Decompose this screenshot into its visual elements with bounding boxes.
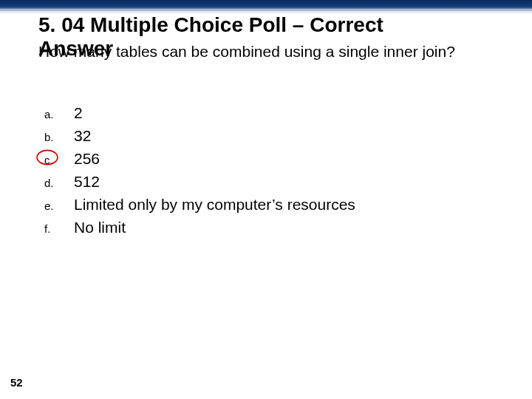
slide: 5. 04 Multiple Choice Poll – Correct Ans…	[0, 0, 532, 399]
option-text: 2	[74, 104, 83, 122]
option-letter: c.	[44, 154, 74, 166]
option-text: 32	[74, 127, 91, 145]
option-text: No limit	[74, 219, 126, 236]
option-b: b. 32	[44, 127, 355, 145]
page-number: 52	[10, 376, 23, 389]
option-a: a. 2	[44, 104, 355, 122]
poll-question: How many tables can be combined using a …	[38, 42, 502, 61]
option-letter: a.	[44, 108, 74, 120]
option-letter: e.	[44, 200, 74, 212]
top-bar-stripe	[0, 9, 532, 10]
option-f: f. No limit	[44, 219, 355, 236]
option-text: Limited only by my computer’s resources	[74, 196, 355, 214]
option-letter: d.	[44, 177, 74, 189]
option-e: e. Limited only by my computer’s resourc…	[44, 196, 355, 214]
title-line-1: 5. 04 Multiple Choice Poll – Correct	[38, 13, 383, 36]
option-text: 256	[74, 150, 100, 168]
option-letter: b.	[44, 131, 74, 143]
option-text: 512	[74, 173, 100, 191]
option-d: d. 512	[44, 173, 355, 191]
options-list: a. 2 b. 32 c. 256 d. 512 e. Limited only…	[44, 104, 355, 242]
option-c: c. 256	[44, 150, 355, 168]
top-bar	[0, 0, 532, 13]
option-letter: f.	[44, 222, 74, 235]
